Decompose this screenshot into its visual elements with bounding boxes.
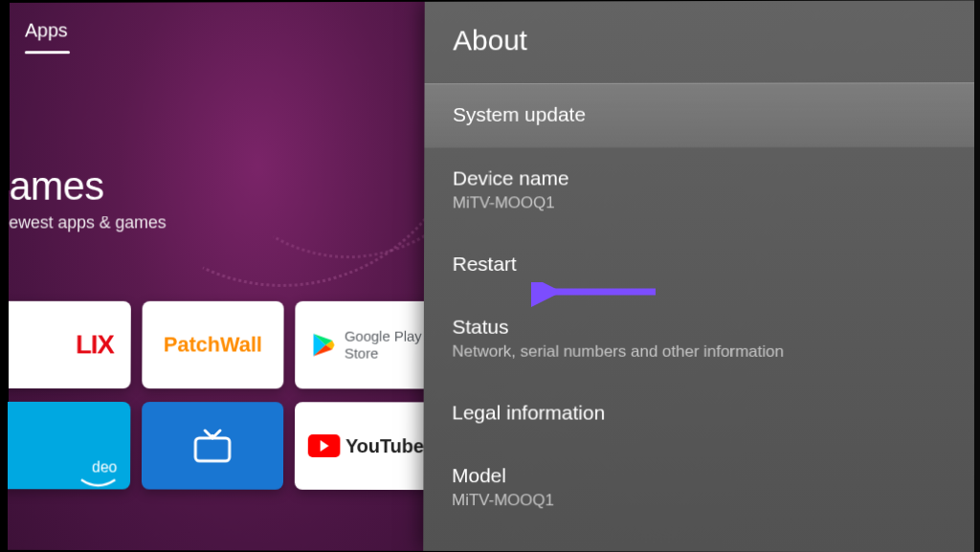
item-title: System update [453,102,946,126]
item-subtitle: Network, serial numbers and other inform… [452,342,946,362]
app-tile-patchwall[interactable]: PatchWall [142,301,283,389]
svg-point-1 [211,434,214,438]
promo-title: ames [9,164,167,210]
netflix-logo-text: LIX [76,330,114,361]
item-subtitle: MiTV-MOOQ1 [452,491,946,511]
patchwall-logo-text: PatchWall [164,333,262,358]
youtube-icon [307,434,340,457]
home-screen: Apps ames ewest apps & games LIX PatchWa… [8,2,425,551]
page-title: About [425,0,975,83]
item-title: Status [453,316,946,339]
tab-apps[interactable]: Apps [25,20,68,48]
menu-item-model[interactable]: Model MiTV-MOOQ1 [423,445,974,532]
app-grid: LIX PatchWall Google PlayStore deo [8,301,425,491]
youtube-label: YouTube [345,435,424,457]
item-title: Legal information [452,401,946,425]
item-title: Model [452,464,946,488]
tab-bar: Apps [25,20,70,55]
prime-smile-icon [79,477,117,489]
app-tile-youtube[interactable]: YouTube [295,402,425,490]
menu-item-status[interactable]: Status Network, serial numbers and other… [424,297,974,383]
item-title: Device name [453,166,946,189]
screen-bezel [974,0,980,552]
about-panel: About System update Device name MiTV-MOO… [423,0,974,552]
menu-item-legal-information[interactable]: Legal information [424,382,974,446]
tab-underline [25,51,70,54]
prime-video-label: deo [92,459,117,476]
svg-rect-0 [195,438,230,461]
promo-subtitle: ewest apps & games [9,213,166,233]
menu-item-system-update[interactable]: System update [424,82,974,148]
menu-item-restart[interactable]: Restart [424,233,974,297]
google-play-icon [310,332,337,359]
google-play-label: Google PlayStore [345,328,422,363]
promo-block: ames ewest apps & games [9,164,167,232]
tv-icon [189,427,235,465]
item-title: Restart [453,253,946,276]
app-tile-prime-video[interactable]: deo [8,402,131,490]
app-tile-google-play[interactable]: Google PlayStore [295,301,425,389]
app-tile-tv[interactable] [142,402,283,490]
menu-item-device-name[interactable]: Device name MiTV-MOOQ1 [424,147,974,233]
item-subtitle: MiTV-MOOQ1 [453,193,946,212]
app-tile-netflix[interactable]: LIX [8,301,131,388]
